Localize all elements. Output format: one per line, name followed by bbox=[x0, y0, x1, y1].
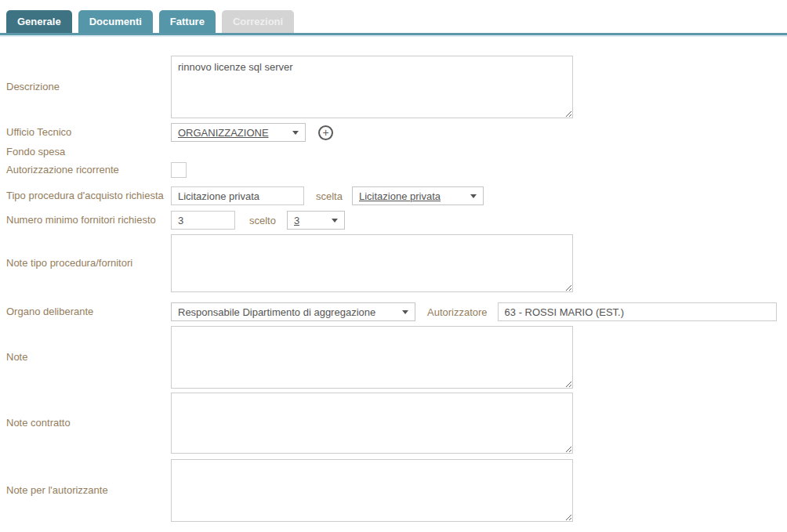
descrizione-textarea[interactable]: rinnovo licenze sql server bbox=[171, 56, 573, 118]
row-note: Note bbox=[6, 326, 787, 389]
descrizione-label: Descrizione bbox=[6, 81, 171, 93]
ufficio-tecnico-selected: ORGANIZZAZIONE bbox=[178, 127, 269, 139]
tab-correzioni: Correzioni bbox=[222, 10, 294, 33]
tipo-procedura-scelta-selected: Licitazione privata bbox=[359, 190, 441, 202]
tab-fatture[interactable]: Fatture bbox=[159, 10, 216, 33]
numero-minimo-input[interactable] bbox=[171, 211, 235, 230]
note-tipo-procedura-label: Note tipo procedura/fornitori bbox=[6, 257, 171, 270]
note-label: Note bbox=[6, 351, 171, 364]
autorizzatore-field bbox=[498, 302, 777, 321]
numero-minimo-label: Numero minimo fornitori richiesto bbox=[6, 214, 171, 226]
chevron-down-icon bbox=[402, 310, 408, 314]
organo-deliberante-dropdown[interactable]: Responsabile Dipartimento di aggregazion… bbox=[171, 302, 415, 321]
note-tipo-procedura-textarea[interactable] bbox=[171, 234, 573, 292]
tab-documenti[interactable]: Documenti bbox=[78, 10, 153, 33]
organo-deliberante-selected: Responsabile Dipartimento di aggregazion… bbox=[178, 306, 375, 318]
numero-minimo-scelto-selected: 3 bbox=[294, 215, 299, 226]
row-note-contratto: Note contratto bbox=[6, 393, 787, 454]
row-organo-deliberante: Organo deliberante Responsabile Dipartim… bbox=[6, 302, 787, 321]
autorizzazione-ricorrente-label: Autorizzazione ricorrente bbox=[6, 164, 171, 176]
row-ufficio-tecnico: Ufficio Tecnico ORGANIZZAZIONE + bbox=[6, 123, 787, 142]
tipo-procedura-label: Tipo procedura d'acquisto richiesta bbox=[6, 190, 171, 202]
note-textarea[interactable] bbox=[171, 326, 573, 389]
chevron-down-icon bbox=[470, 194, 477, 198]
scelta-label: scelta bbox=[316, 190, 343, 202]
row-note-tipo-procedura: Note tipo procedura/fornitori bbox=[6, 234, 787, 292]
tipo-procedura-scelta-dropdown[interactable]: Licitazione privata bbox=[352, 186, 484, 205]
plus-circle-icon: + bbox=[322, 127, 328, 139]
row-descrizione: Descrizione rinnovo licenze sql server bbox=[6, 56, 787, 118]
tab-generale[interactable]: Generale bbox=[6, 10, 72, 33]
ufficio-tecnico-label: Ufficio Tecnico bbox=[6, 126, 171, 139]
scelto-label: scelto bbox=[249, 215, 276, 226]
note-contratto-textarea[interactable] bbox=[171, 393, 573, 454]
fondo-spesa-label: Fondo spesa bbox=[6, 146, 171, 158]
autorizzatore-label: Autorizzatore bbox=[427, 306, 488, 318]
tipo-procedura-input[interactable] bbox=[171, 186, 304, 205]
chevron-down-icon bbox=[332, 219, 338, 223]
ufficio-tecnico-dropdown[interactable]: ORGANIZZAZIONE bbox=[171, 123, 306, 142]
tab-bar: Generale Documenti Fatture Correzioni bbox=[0, 0, 787, 33]
note-autorizzante-textarea[interactable] bbox=[171, 459, 573, 522]
numero-minimo-scelto-dropdown[interactable]: 3 bbox=[287, 211, 345, 230]
row-fondo-spesa: Fondo spesa bbox=[6, 145, 787, 159]
row-numero-minimo: Numero minimo fornitori richiesto scelto… bbox=[6, 211, 787, 230]
organo-deliberante-label: Organo deliberante bbox=[6, 306, 171, 318]
chevron-down-icon bbox=[292, 131, 299, 135]
row-note-autorizzante: Note per l'autorizzante bbox=[6, 459, 787, 522]
note-contratto-label: Note contratto bbox=[6, 417, 171, 429]
row-tipo-procedura: Tipo procedura d'acquisto richiesta scel… bbox=[6, 186, 787, 205]
note-autorizzante-label: Note per l'autorizzante bbox=[6, 484, 171, 497]
generale-form: Descrizione rinnovo licenze sql server U… bbox=[0, 37, 787, 522]
add-ufficio-button[interactable]: + bbox=[318, 125, 333, 140]
autorizzazione-ricorrente-checkbox[interactable] bbox=[171, 162, 187, 178]
row-autorizzazione-ricorrente: Autorizzazione ricorrente bbox=[6, 162, 787, 178]
